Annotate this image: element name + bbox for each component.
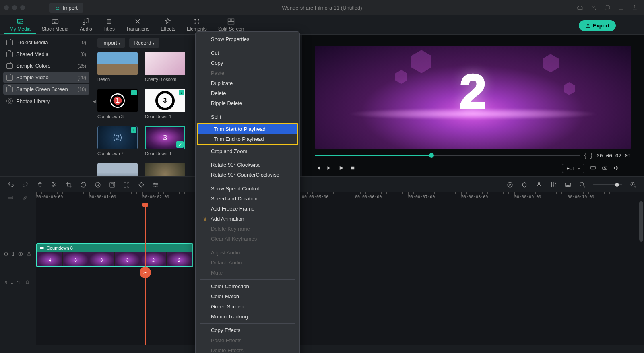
- mark-in-icon[interactable]: {: [584, 152, 586, 159]
- crop-button[interactable]: [65, 181, 72, 188]
- mixer-button[interactable]: [550, 181, 557, 188]
- media-item-countdown-4[interactable]: ↓Countdown 4: [145, 89, 185, 119]
- zoom-slider[interactable]: [593, 184, 622, 185]
- close-window-button[interactable]: [4, 5, 9, 10]
- sidebar-item-shared-media[interactable]: Shared Media(0): [3, 49, 89, 60]
- volume-button[interactable]: [613, 165, 619, 172]
- subtitle-button[interactable]: [564, 181, 572, 188]
- import-dropdown[interactable]: Import ▾: [97, 38, 125, 48]
- audio-track-header[interactable]: ♫ 1: [0, 268, 36, 296]
- zoom-in-button[interactable]: [630, 181, 637, 188]
- marker-button[interactable]: [521, 181, 528, 188]
- display-icon[interactable]: [590, 165, 596, 172]
- message-icon[interactable]: [618, 4, 624, 11]
- split-button[interactable]: [51, 181, 58, 188]
- delete-button[interactable]: [36, 181, 43, 188]
- color-button[interactable]: [94, 181, 101, 188]
- sidebar-item-sample-colors[interactable]: Sample Colors(25): [3, 60, 89, 71]
- ctx-rotate-90--counterclockwise[interactable]: Rotate 90° CounterClockwise: [196, 170, 299, 180]
- stop-button[interactable]: [350, 165, 356, 172]
- keyframe-button[interactable]: [138, 181, 145, 188]
- sidebar-item-sample-green-screen[interactable]: Sample Green Screen(10): [3, 84, 89, 95]
- import-button[interactable]: Import: [49, 3, 83, 13]
- ctx-color-match[interactable]: Color Match: [196, 291, 299, 301]
- media-item-countdown-7[interactable]: ⟨2⟩↓Countdown 7: [97, 126, 138, 156]
- playhead[interactable]: ✂: [145, 204, 146, 345]
- lock-icon[interactable]: [27, 252, 31, 256]
- account-icon[interactable]: [590, 4, 597, 11]
- ctx-add-freeze-frame[interactable]: Add Freeze Frame: [196, 204, 299, 214]
- mark-out-icon[interactable]: }: [590, 152, 592, 159]
- sidebar-item-project-media[interactable]: Project Media(0): [3, 37, 89, 48]
- tab-stock-media[interactable]: Stock Media: [36, 16, 74, 34]
- render-button[interactable]: [506, 181, 514, 188]
- preview-video[interactable]: 2: [315, 46, 631, 149]
- voiceover-button[interactable]: [535, 181, 543, 188]
- timeline-ruler[interactable]: 00:00:00:0000:00:01:0000:00:02:0000:00:0…: [36, 192, 644, 204]
- track-manager-icon[interactable]: [7, 195, 14, 201]
- ctx-copy[interactable]: Copy: [196, 58, 299, 68]
- visibility-icon[interactable]: [18, 251, 23, 257]
- video-track-header[interactable]: 1: [0, 240, 36, 268]
- timeline: 1 ♫ 1 00:00:00:0000:00:01:0000:00:02:000…: [0, 204, 644, 345]
- export-button[interactable]: Export: [579, 20, 616, 31]
- tab-effects[interactable]: Effects: [155, 16, 181, 34]
- ctx-speed-and-duration[interactable]: Speed and Duration: [196, 194, 299, 204]
- green-screen-button[interactable]: [109, 181, 116, 188]
- fullscreen-button[interactable]: [625, 165, 631, 172]
- ctx-crop-and-zoom[interactable]: Crop and Zoom: [196, 146, 299, 156]
- media-item-beach[interactable]: Beach: [97, 52, 138, 82]
- ctx-copy-effects[interactable]: Copy Effects: [196, 325, 299, 335]
- ctx-add-animation[interactable]: ♛Add Animation: [196, 214, 299, 224]
- adjust-button[interactable]: [152, 181, 159, 188]
- ctx-trim-start-to-playhead[interactable]: Trim Start to Playhead: [198, 124, 297, 134]
- media-item-countdown-8[interactable]: 3✓Countdown 8: [145, 126, 185, 156]
- media-item-countdown-3[interactable]: ↓Countdown 3: [97, 89, 138, 119]
- mute-icon[interactable]: [16, 279, 22, 285]
- sidebar-item-photos-library[interactable]: Photos Library: [3, 95, 89, 107]
- zoom-out-button[interactable]: [579, 181, 586, 188]
- link-icon[interactable]: [22, 195, 28, 201]
- ctx-duplicate[interactable]: Duplicate: [196, 78, 299, 88]
- cloud-icon[interactable]: [577, 4, 583, 11]
- ctx-delete[interactable]: Delete: [196, 88, 299, 98]
- tab-titles[interactable]: Titles: [98, 16, 120, 34]
- help-icon[interactable]: [604, 4, 611, 11]
- tab-my-media[interactable]: My Media: [4, 16, 36, 34]
- minimize-window-button[interactable]: [12, 5, 17, 10]
- undo-button[interactable]: [7, 181, 14, 188]
- ctx-show-properties[interactable]: Show Properties: [196, 34, 299, 44]
- sidebar-item-sample-video[interactable]: Sample Video(20): [3, 72, 89, 83]
- ctx-color-correction[interactable]: Color Correction: [196, 281, 299, 291]
- ctx-green-screen[interactable]: Green Screen: [196, 301, 299, 312]
- media-item-partial[interactable]: [97, 163, 138, 176]
- maximize-window-button[interactable]: [20, 5, 25, 10]
- lock-icon[interactable]: [25, 280, 30, 285]
- display-mode-dropdown[interactable]: Full ▾: [562, 164, 584, 173]
- tab-transitions[interactable]: Transitions: [120, 16, 155, 34]
- prev-frame-button[interactable]: [315, 165, 321, 172]
- timeline-tracks[interactable]: 00:00:00:0000:00:01:0000:00:02:0000:00:0…: [36, 204, 644, 345]
- ctx-trim-end-to-playhead[interactable]: Trim End to Playhead: [198, 134, 297, 144]
- collapse-sidebar-icon[interactable]: ◀: [93, 99, 96, 103]
- motion-tracking-button[interactable]: [123, 181, 130, 188]
- ctx-motion-tracking[interactable]: Motion Tracking: [196, 312, 299, 322]
- ctx-ripple-delete[interactable]: Ripple Delete: [196, 98, 299, 108]
- preview-progress-bar[interactable]: [315, 155, 580, 156]
- ctx-cut[interactable]: Cut: [196, 48, 299, 58]
- tab-audio[interactable]: Audio: [74, 16, 98, 34]
- play-button[interactable]: [338, 165, 344, 172]
- snapshot-button[interactable]: [602, 165, 608, 172]
- media-item-partial[interactable]: [145, 163, 185, 176]
- ctx-rotate-90--clockwise[interactable]: Rotate 90° Clockwise: [196, 160, 299, 170]
- upload-icon[interactable]: [632, 4, 638, 11]
- ctx-split[interactable]: Split: [196, 112, 299, 122]
- record-dropdown[interactable]: Record ▾: [129, 38, 159, 48]
- speed-button[interactable]: [80, 181, 87, 188]
- vertical-scrollbar[interactable]: [639, 201, 643, 242]
- ctx-show-speed-control[interactable]: Show Speed Control: [196, 184, 299, 194]
- media-item-cherry-blossom[interactable]: Cherry Blossom: [145, 52, 185, 82]
- next-frame-button[interactable]: [326, 165, 332, 172]
- timeline-clip[interactable]: Countdown 8 433322: [36, 243, 193, 267]
- redo-button[interactable]: [22, 181, 29, 188]
